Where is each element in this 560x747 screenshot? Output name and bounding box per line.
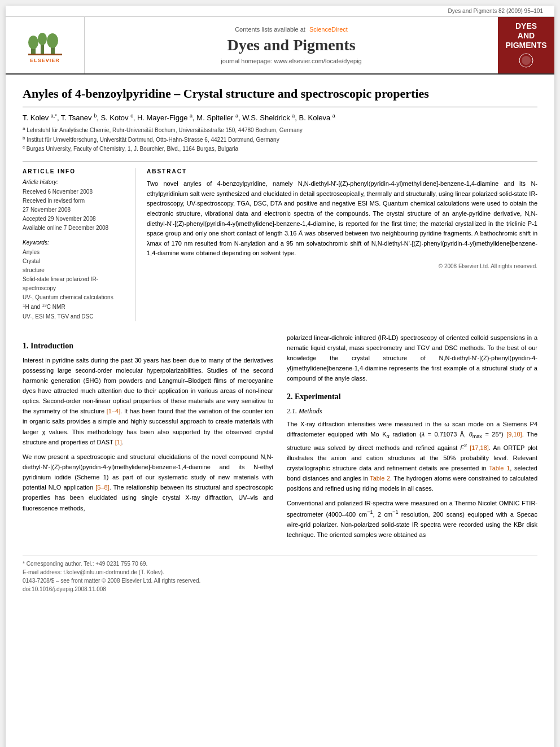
elsevier-logo: ELSEVIER xyxy=(28,28,62,63)
footer-issn: 0143-7208/$ – see front matter © 2008 El… xyxy=(23,578,537,584)
ref-9-10[interactable]: [9,10] xyxy=(506,431,522,438)
article-info-column: ARTICLE INFO Article history: Received 6… xyxy=(23,168,135,321)
affil-b: b Institut für Umweltforschung, Universi… xyxy=(23,135,537,144)
keywords-label: Keywords: xyxy=(23,239,127,246)
keyword-crystal: Crystal xyxy=(23,257,127,266)
ref-17-18[interactable]: [17,18] xyxy=(470,444,489,451)
journal-citation: Dyes and Pigments 82 (2009) 95–101 xyxy=(448,8,543,14)
methods-subsection-title: 2.1. Methods xyxy=(287,407,537,416)
svg-point-8 xyxy=(522,56,531,65)
copyright-line: © 2008 Elsevier Ltd. All rights reserved… xyxy=(147,263,537,269)
right-intro-para: polarized linear-dichroic infrared (IR-L… xyxy=(287,333,537,384)
keyword-irspectroscopy: Solid-state linear polarized IR-spectros… xyxy=(23,275,127,293)
main-content: Anyles of 4-benzoylpyridine – Crystal st… xyxy=(6,75,554,606)
keyword-structure: structure xyxy=(23,266,127,275)
article-info-heading: ARTICLE INFO xyxy=(23,168,127,174)
svg-point-1 xyxy=(28,36,38,49)
page: Dyes and Pigments 82 (2009) 95–101 ELSEV… xyxy=(6,6,554,747)
methods-para-2: Conventional and polarized IR-spectra we… xyxy=(287,498,537,540)
affil-a: a Lehrstuhl für Analytische Chemie, Ruhr… xyxy=(23,125,537,134)
journal-logo-right: DYES AND PIGMENTS xyxy=(505,21,546,69)
sciencedirect-link[interactable]: ScienceDirect xyxy=(309,26,348,33)
page-footer: * Corresponding author. Tel.: +49 0231 7… xyxy=(23,556,537,592)
keyword-uv: UV-, Quantum chemical calculations xyxy=(23,293,127,302)
logo-and: AND xyxy=(518,31,535,41)
elsevier-wordmark: ELSEVIER xyxy=(30,58,60,63)
svg-point-3 xyxy=(38,33,47,45)
elsevier-logo-section: ELSEVIER xyxy=(6,17,85,73)
logo-dyes: DYES xyxy=(515,21,537,31)
journal-title-section: Contents lists available at ScienceDirec… xyxy=(85,17,498,73)
logo-decoration-icon xyxy=(512,52,540,69)
svg-point-5 xyxy=(47,33,58,48)
journal-citation-bar: Dyes and Pigments 82 (2009) 95–101 xyxy=(6,6,554,17)
history-label: Article history: xyxy=(23,179,127,185)
sciencedirect-line: Contents lists available at ScienceDirec… xyxy=(235,26,348,33)
body-left-col: 1. Introduction Interest in pyridine sal… xyxy=(23,333,273,545)
ref-1[interactable]: [1] xyxy=(115,439,122,445)
methods-para-1: The X-ray diffraction intensities were m… xyxy=(287,419,537,493)
footer-star-note: * Corresponding author. Tel.: +49 0231 7… xyxy=(23,561,537,567)
journal-title: Dyes and Pigments xyxy=(227,36,355,54)
affil-c: c Burgas University, Faculty of Chemistr… xyxy=(23,144,537,153)
history-accepted: Accepted 29 November 2008 xyxy=(23,215,127,224)
footer-email-note: E-mail address: t.kolev@infu.uni-dortmun… xyxy=(23,569,537,575)
abstract-text: Two novel anyles of 4-benzoylpyridine, n… xyxy=(147,179,537,259)
experimental-section-title: 2. Experimental xyxy=(287,392,537,401)
intro-para-1: Interest in pyridine salts during the pa… xyxy=(23,355,273,447)
journal-logo-right-section: DYES AND PIGMENTS xyxy=(498,17,554,73)
keyword-anyles: Anyles xyxy=(23,248,127,257)
article-info-abstract: ARTICLE INFO Article history: Received 6… xyxy=(23,161,537,321)
history-online: Available online 7 December 2008 xyxy=(23,224,127,233)
history-revised-date: 27 November 2008 xyxy=(23,206,127,215)
elsevier-tree-icon xyxy=(28,28,62,56)
history-revised-label: Received in revised form xyxy=(23,196,127,206)
intro-para-2: We now present a spectroscopic and struc… xyxy=(23,452,273,513)
keyword-ms: UV-, ESI MS, TGV and DSC xyxy=(23,312,127,321)
keywords-section: Keywords: Anyles Crystal structure Solid… xyxy=(23,239,127,321)
ref-table1[interactable]: Table 1 xyxy=(489,465,510,471)
abstract-column: ABSTRACT Two novel anyles of 4-benzoylpy… xyxy=(147,168,537,321)
authors-text: T. Kolev a,*, T. Tsanev b, S. Kotov c, H… xyxy=(23,113,335,122)
ref-1-4[interactable]: [1–4] xyxy=(107,408,120,414)
journal-header: ELSEVIER Contents lists available at Sci… xyxy=(6,17,554,75)
body-two-col: 1. Introduction Interest in pyridine sal… xyxy=(23,333,537,545)
body-right-col: polarized linear-dichroic infrared (IR-L… xyxy=(287,333,537,545)
affiliations: a Lehrstuhl für Analytische Chemie, Ruhr… xyxy=(23,125,537,153)
ref-table2[interactable]: Table 2 xyxy=(370,475,390,482)
history-received: Received 6 November 2008 xyxy=(23,187,127,196)
article-title: Anyles of 4-benzoylpyridine – Crystal st… xyxy=(23,86,537,107)
abstract-heading: ABSTRACT xyxy=(147,168,537,174)
footer-doi: doi:10.1016/j.dyepig.2008.11.008 xyxy=(23,586,537,592)
journal-homepage: journal homepage: www.elsevier.com/locat… xyxy=(221,58,361,64)
authors-line: T. Kolev a,*, T. Tsanev b, S. Kotov c, H… xyxy=(23,113,537,122)
svg-rect-6 xyxy=(28,54,62,55)
logo-pigments: PIGMENTS xyxy=(505,41,546,50)
intro-section-title: 1. Introduction xyxy=(23,342,273,351)
ref-5-8[interactable]: [5–8] xyxy=(95,484,109,491)
keyword-nmr: 1H and 13C NMR xyxy=(23,302,127,312)
